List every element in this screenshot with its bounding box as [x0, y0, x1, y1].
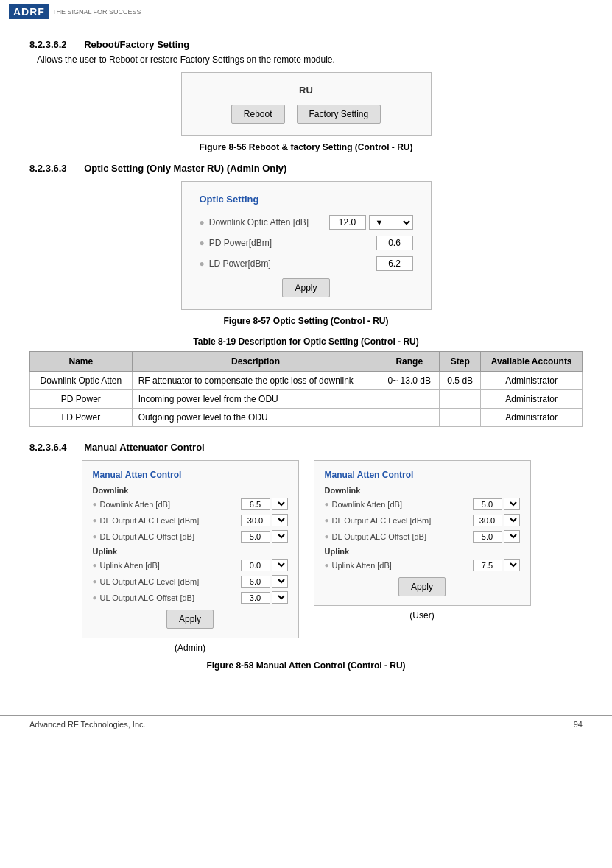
optic-label-1: PD Power[dBm]	[209, 238, 376, 248]
optic-row-0: ● Downlink Optic Atten [dB] ▼	[200, 215, 413, 230]
optic-row-1: ● PD Power[dBm]	[200, 236, 413, 250]
user-dl-row-0: ● Downlink Atten [dB] ▼	[325, 498, 520, 510]
ru-box: RU Reboot Factory Setting	[181, 72, 432, 136]
row2-range	[379, 409, 440, 427]
col-range: Range	[379, 352, 440, 372]
admin-dl-bullet-2: ●	[93, 532, 97, 540]
factory-setting-button[interactable]: Factory Setting	[297, 105, 381, 124]
admin-dl-row-0: ● Downlink Atten [dB] ▼	[93, 498, 288, 510]
admin-sub-caption: (Admin)	[82, 643, 299, 653]
row0-name: Downlink Optic Atten	[30, 372, 133, 390]
admin-dl-value-0[interactable]	[241, 498, 270, 510]
admin-dl-value-1[interactable]	[241, 515, 270, 526]
admin-title: Manual Atten Control	[93, 470, 288, 480]
user-downlink-label: Downlink	[325, 486, 520, 495]
desc-table: Name Description Range Step Available Ac…	[29, 351, 583, 427]
logo-area: ADRF THE SIGNAL FOR SUCCESS	[9, 4, 141, 19]
admin-ul-bullet-2: ●	[93, 593, 97, 601]
user-uplink-label: Uplink	[325, 547, 520, 556]
user-dl-bullet-1: ●	[325, 516, 329, 524]
admin-ul-value-1[interactable]	[241, 576, 270, 588]
user-dl-label-0: Downlink Atten [dB]	[332, 500, 473, 509]
logo: ADRF	[9, 4, 49, 19]
user-dl-row-2: ● DL Output ALC Offset [dB] ▼	[325, 530, 520, 543]
user-dl-bullet-2: ●	[325, 532, 329, 540]
admin-ul-select-2[interactable]: ▼	[272, 591, 288, 604]
user-dl-value-0[interactable]	[473, 498, 502, 510]
user-dl-label-2: DL Output ALC Offset [dB]	[332, 532, 473, 541]
row1-step	[440, 390, 481, 409]
row1-name: PD Power	[30, 390, 133, 409]
user-apply-button[interactable]: Apply	[398, 577, 446, 596]
optic-value-1[interactable]	[376, 236, 413, 250]
bullet-2: ●	[200, 258, 205, 269]
admin-dl-bullet-1: ●	[93, 516, 97, 524]
bullet-1: ●	[200, 238, 205, 248]
user-dl-select-2[interactable]: ▼	[504, 530, 520, 543]
row2-accounts: Administrator	[481, 409, 583, 427]
reboot-button[interactable]: Reboot	[231, 105, 285, 124]
user-dl-value-1[interactable]	[473, 515, 502, 526]
footer-company: Advanced RF Technologies, Inc.	[29, 720, 146, 729]
ru-label: RU	[299, 85, 313, 96]
user-sub-caption: (User)	[314, 610, 531, 621]
figure-caption-57: Figure 8-57 Optic Setting (Control - RU)	[224, 316, 389, 326]
user-dl-row-1: ● DL Output ALC Level [dBm] ▼	[325, 514, 520, 526]
col-description: Description	[132, 352, 379, 372]
admin-manual-box: Manual Atten Control Downlink ● Downlink…	[82, 460, 299, 638]
user-dl-select-1[interactable]: ▼	[504, 514, 520, 526]
user-dl-select-0[interactable]: ▼	[504, 498, 520, 510]
admin-dl-select-0[interactable]: ▼	[272, 498, 288, 510]
admin-ul-row-1: ● UL Output ALC Level [dBm] ▼	[93, 575, 288, 588]
user-ul-value-0[interactable]	[473, 560, 502, 571]
optic-value-0[interactable]	[329, 215, 366, 230]
user-ul-select-0[interactable]: ▼	[504, 559, 520, 571]
user-ul-label-0: Uplink Atten [dB]	[332, 561, 473, 570]
admin-apply-button[interactable]: Apply	[166, 610, 214, 629]
admin-dl-value-2[interactable]	[241, 531, 270, 543]
row2-name: LD Power	[30, 409, 133, 427]
user-dl-value-2[interactable]	[473, 531, 502, 543]
admin-ul-select-0[interactable]: ▼	[272, 559, 288, 571]
col-accounts: Available Accounts	[481, 352, 583, 372]
admin-downlink-label: Downlink	[93, 486, 288, 495]
figure-caption-58: Figure 8-58 Manual Atten Control (Contro…	[29, 660, 583, 671]
optic-value-2[interactable]	[376, 256, 413, 271]
optic-box: Optic Setting ● Downlink Optic Atten [dB…	[181, 181, 432, 310]
row1-accounts: Administrator	[481, 390, 583, 409]
user-dl-bullet-0: ●	[325, 500, 329, 508]
admin-ul-select-1[interactable]: ▼	[272, 575, 288, 588]
page-header: ADRF THE SIGNAL FOR SUCCESS	[0, 0, 612, 24]
admin-ul-value-0[interactable]	[241, 560, 270, 571]
optic-row-2: ● LD Power[dBm]	[200, 256, 413, 271]
table-row-1: PD Power Incoming power level from the O…	[30, 390, 583, 409]
admin-dl-label-1: DL Output ALC Level [dBm]	[100, 516, 241, 525]
section-heading-2: 8.2.3.6.3 Optic Setting (Only Master RU)…	[29, 163, 583, 174]
row1-range	[379, 390, 440, 409]
optic-select-0[interactable]: ▼	[369, 215, 413, 230]
row2-desc: Outgoing power level to the ODU	[132, 409, 379, 427]
table-caption: Table 8-19 Description for Optic Setting…	[29, 336, 583, 347]
section-desc-1: Allows the user to Reboot or restore Fac…	[37, 54, 583, 65]
admin-ul-bullet-1: ●	[93, 577, 97, 585]
admin-uplink-label: Uplink	[93, 547, 288, 556]
manual-figures: Manual Atten Control Downlink ● Downlink…	[29, 460, 583, 653]
logo-tagline: THE SIGNAL FOR SUCCESS	[52, 8, 141, 15]
admin-dl-row-1: ● DL Output ALC Level [dBm] ▼	[93, 514, 288, 526]
admin-ul-value-2[interactable]	[241, 592, 270, 604]
optic-apply-button[interactable]: Apply	[282, 278, 329, 297]
row0-step: 0.5 dB	[440, 372, 481, 390]
admin-dl-select-1[interactable]: ▼	[272, 514, 288, 526]
optic-title: Optic Setting	[200, 194, 413, 205]
admin-ul-label-2: UL Output ALC Offset [dB]	[100, 593, 241, 602]
section-heading-1: 8.2.3.6.2 Reboot/Factory Setting	[29, 39, 583, 50]
optic-apply-row: Apply	[200, 278, 413, 297]
admin-ul-label-0: Uplink Atten [dB]	[100, 561, 241, 570]
table-row-0: Downlink Optic Atten RF attenuator to co…	[30, 372, 583, 390]
row0-range: 0~ 13.0 dB	[379, 372, 440, 390]
bullet-0: ●	[200, 217, 205, 227]
main-content: 8.2.3.6.2 Reboot/Factory Setting Allows …	[0, 24, 612, 685]
optic-label-0: Downlink Optic Atten [dB]	[209, 217, 329, 227]
admin-dl-select-2[interactable]: ▼	[272, 530, 288, 543]
user-title: Manual Atten Control	[325, 470, 520, 480]
